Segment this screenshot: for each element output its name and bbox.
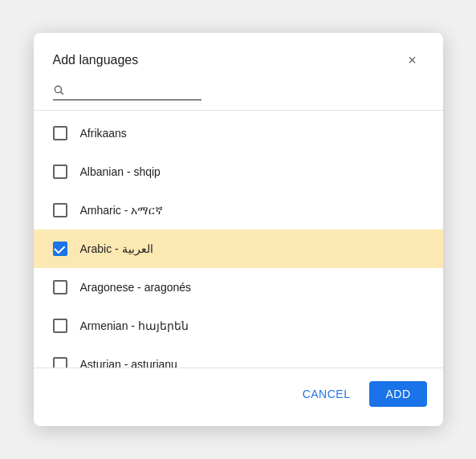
language-item-afrikaans[interactable]: Afrikaans — [34, 114, 443, 152]
language-item-asturian[interactable]: Asturian - asturianu — [34, 345, 443, 368]
checkbox-aragonese[interactable] — [53, 280, 67, 294]
search-input[interactable] — [69, 85, 189, 98]
language-item-amharic[interactable]: Amharic - አማርኛ — [34, 191, 443, 229]
close-button[interactable]: × — [401, 49, 424, 71]
language-list: AfrikaansAlbanian - shqipAmharic - አማርኛA… — [34, 111, 443, 368]
add-languages-dialog: Add languages × AfrikaansAlbanian - shqi… — [34, 33, 443, 426]
language-name-armenian: Armenian - հայերեն — [80, 319, 189, 332]
svg-line-1 — [60, 92, 63, 95]
add-button[interactable]: ADD — [369, 381, 426, 407]
cancel-button[interactable]: CANCEL — [290, 381, 364, 407]
search-icon — [53, 84, 64, 98]
dialog-overlay: Add languages × AfrikaansAlbanian - shqi… — [0, 0, 476, 459]
checkbox-albanian[interactable] — [53, 165, 67, 179]
language-name-arabic: Arabic - العربية — [80, 242, 153, 255]
language-name-amharic: Amharic - አማርኛ — [80, 204, 164, 217]
checkbox-armenian[interactable] — [53, 319, 67, 333]
language-name-aragonese: Aragonese - aragonés — [80, 281, 192, 294]
language-item-albanian[interactable]: Albanian - shqip — [34, 152, 443, 191]
search-area — [34, 81, 443, 110]
language-name-asturian: Asturian - asturianu — [80, 358, 177, 368]
checkbox-arabic[interactable] — [53, 242, 67, 256]
language-name-afrikaans: Afrikaans — [80, 127, 127, 140]
checkbox-afrikaans[interactable] — [53, 126, 67, 140]
close-icon: × — [408, 53, 417, 67]
language-item-aragonese[interactable]: Aragonese - aragonés — [34, 268, 443, 307]
checkbox-asturian[interactable] — [53, 357, 67, 368]
dialog-header: Add languages × — [34, 33, 443, 81]
dialog-title: Add languages — [53, 53, 139, 67]
checkbox-amharic[interactable] — [53, 203, 67, 217]
language-item-armenian[interactable]: Armenian - հայերեն — [34, 307, 443, 345]
dialog-footer: CANCEL ADD — [34, 368, 443, 420]
language-item-arabic[interactable]: Arabic - العربية — [34, 229, 443, 268]
svg-point-0 — [55, 86, 61, 92]
language-name-albanian: Albanian - shqip — [80, 165, 161, 178]
search-container — [53, 84, 201, 100]
